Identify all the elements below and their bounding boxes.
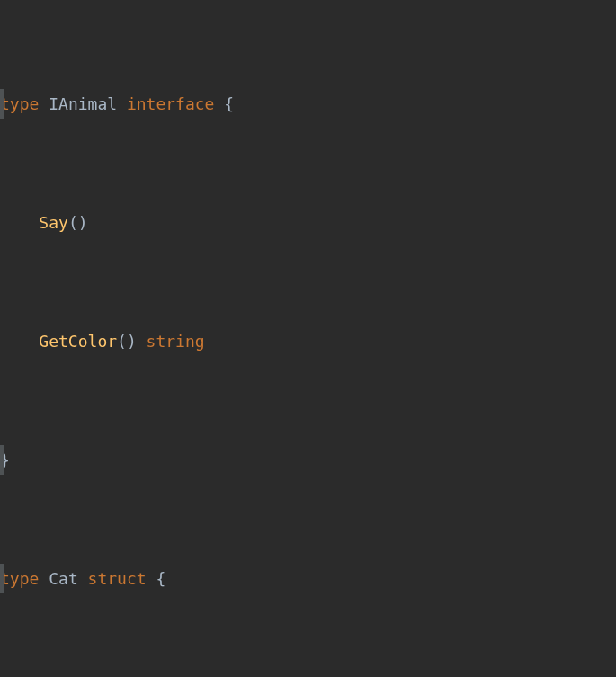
code-line[interactable]: type IAnimal interface { — [0, 89, 616, 119]
parens: () — [68, 213, 88, 232]
code-line[interactable]: Say() — [0, 208, 616, 237]
keyword-type: type — [0, 94, 39, 113]
keyword-interface: interface — [127, 94, 215, 113]
keyword-type: type — [0, 569, 39, 588]
gutter-marker — [0, 89, 4, 119]
parens: () — [117, 332, 137, 351]
type-name: IAnimal — [49, 94, 117, 113]
brace-open: { — [224, 94, 234, 113]
brace-open: { — [156, 569, 165, 588]
code-line[interactable]: GetColor() string — [0, 326, 616, 356]
return-type: string — [147, 332, 205, 351]
method-name: GetColor — [39, 332, 117, 351]
type-name: Cat — [49, 569, 78, 588]
gutter-marker — [0, 564, 4, 593]
keyword-struct: struct — [88, 569, 147, 588]
code-editor[interactable]: type IAnimal interface { Say() GetColor(… — [0, 0, 616, 677]
method-name: Say — [39, 213, 68, 232]
gutter-marker — [0, 445, 4, 475]
code-line[interactable]: type Cat struct { — [0, 564, 616, 593]
code-line[interactable]: } — [0, 445, 616, 475]
